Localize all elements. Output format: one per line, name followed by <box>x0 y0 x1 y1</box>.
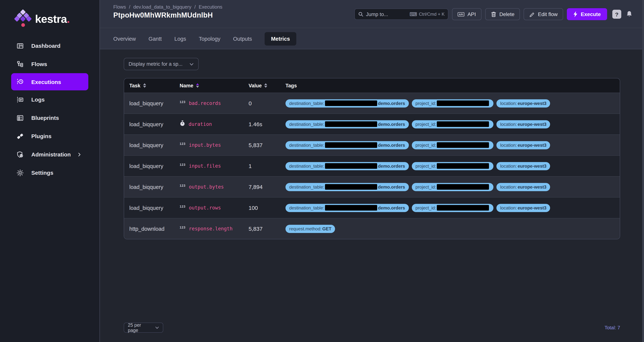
sidebar-item-label: Executions <box>31 79 61 85</box>
table-row: load_biqquery 123 output.bytes 7,894 des… <box>124 176 620 197</box>
logs-icon <box>16 96 24 103</box>
tab-metrics[interactable]: Metrics <box>264 32 296 46</box>
tag-pill: project_id: <box>412 183 494 191</box>
tag-label: project_id: <box>416 121 436 127</box>
column-header-task[interactable]: Task <box>129 83 180 88</box>
page-title: PtpoHw0MhWRkmhMUdnlbH <box>113 11 213 20</box>
tag-value: GET <box>322 226 331 231</box>
pagination-bar: 25 per page Total: 7 <box>124 322 620 333</box>
tag-label: destination_table: <box>289 184 324 190</box>
sidebar-item-logs[interactable]: Logs <box>11 90 88 109</box>
tag-label: destination_table: <box>289 101 324 106</box>
number-type-icon: 123 <box>180 162 186 166</box>
table-row: load_biqquery 123 input.files 1 destinat… <box>124 155 620 176</box>
search-input[interactable]: Jump to... ⌨Ctrl/Cmd + K <box>354 9 448 20</box>
tab-topology[interactable]: Topology <box>199 36 220 42</box>
sidebar-item-settings[interactable]: Settings <box>11 163 88 182</box>
tag-pill: destination_table: demo.orders <box>286 183 409 191</box>
tab-logs[interactable]: Logs <box>174 36 186 42</box>
redaction-box <box>325 100 377 106</box>
sidebar-item-administration[interactable]: Administration <box>11 145 88 163</box>
task-cell: load_biqquery <box>129 184 180 190</box>
search-placeholder: Jump to... <box>366 11 388 17</box>
api-button[interactable]: API API <box>452 8 482 20</box>
metric-value-cell: 0 <box>248 100 286 106</box>
notifications-bell-icon[interactable] <box>626 11 633 18</box>
execute-button[interactable]: Execute <box>567 8 607 20</box>
tag-value: europe-west3 <box>518 101 546 106</box>
task-cell: http_download <box>129 226 180 232</box>
redaction-box <box>437 205 489 211</box>
redaction-box <box>437 100 489 106</box>
metrics-table-body: load_biqquery 123 bad.records 0 destinat… <box>124 93 620 239</box>
metric-name-cell: 123 response.length <box>180 226 248 232</box>
sidebar-item-executions[interactable]: Executions <box>11 73 88 90</box>
redaction-box <box>437 121 489 127</box>
tag-label: location: <box>500 184 517 190</box>
pencil-icon <box>530 11 535 17</box>
tab-outputs[interactable]: Outputs <box>233 36 252 42</box>
topbar-controls: Jump to... ⌨Ctrl/Cmd + K API API Delete … <box>354 0 633 28</box>
tag-value: demo.orders <box>378 163 405 168</box>
task-cell: load_biqquery <box>129 100 180 106</box>
sidebar-item-plugins[interactable]: Plugins <box>11 127 88 145</box>
metrics-table-header: Task Name Value Tags <box>124 78 620 93</box>
tag-label: location: <box>500 205 517 210</box>
help-button[interactable]: ? <box>612 10 621 19</box>
tag-pill: project_id: <box>412 162 494 170</box>
sidebar-item-label: Dashboard <box>31 43 60 49</box>
tag-pill: request.method: GET <box>286 225 335 233</box>
sidebar-item-label: Settings <box>31 169 53 176</box>
edit-flow-button[interactable]: Edit flow <box>524 8 563 20</box>
sidebar-item-flows[interactable]: Flows <box>11 55 88 73</box>
column-header-value[interactable]: Value <box>248 83 286 88</box>
sidebar-item-dashboard[interactable]: Dashboard <box>11 37 88 55</box>
tag-value: europe-west3 <box>518 142 546 148</box>
administration-icon <box>16 151 24 158</box>
keyboard-icon: ⌨ <box>410 11 417 17</box>
metric-name-cell: 123 output.bytes <box>180 184 248 190</box>
scrollbar[interactable] <box>642 0 644 342</box>
tab-overview[interactable]: Overview <box>113 36 136 42</box>
breadcrumb-executions[interactable]: Executions <box>199 4 222 10</box>
kestra-logo[interactable]: kestra. <box>0 0 100 28</box>
api-icon: API <box>458 12 464 16</box>
metrics-content: Display metric for a sp... Task Name Val… <box>100 49 644 342</box>
delete-button[interactable]: Delete <box>485 8 520 20</box>
tag-pill: location: europe-west3 <box>496 162 550 170</box>
sidebar-item-blueprints[interactable]: Blueprints <box>11 109 88 127</box>
number-type-icon: 123 <box>180 184 186 187</box>
breadcrumb: Flows / dev.load_data_to_bigquery / Exec… <box>113 4 222 10</box>
app-window: kestra. Dashboard Flows Executions <box>0 0 644 342</box>
metric-value-cell: 7,894 <box>248 184 286 190</box>
kestra-logo-text: kestra. <box>35 13 70 25</box>
sidebar-item-label: Flows <box>31 61 47 67</box>
tag-label: project_id: <box>416 205 436 210</box>
breadcrumb-flow-id[interactable]: dev.load_data_to_bigquery <box>133 4 191 10</box>
tags-cell: destination_table: demo.ordersproject_id… <box>286 99 620 107</box>
breadcrumb-flows[interactable]: Flows <box>113 4 126 10</box>
tag-label: destination_table: <box>289 142 324 148</box>
sidebar-item-label: Blueprints <box>31 115 59 121</box>
settings-icon <box>16 169 24 177</box>
tag-pill: destination_table: demo.orders <box>286 99 409 107</box>
tag-label: project_id: <box>416 184 436 190</box>
tag-pill: location: europe-west3 <box>496 120 550 128</box>
redaction-box <box>325 163 377 169</box>
number-type-icon: 123 <box>180 225 186 229</box>
redaction-box <box>437 142 489 148</box>
table-row: load_biqquery 123 output.rows 100 destin… <box>124 197 620 218</box>
metric-filter-dropdown[interactable]: Display metric for a sp... <box>124 58 199 70</box>
metric-name: input.bytes <box>189 142 221 148</box>
tag-value: demo.orders <box>378 142 405 148</box>
column-header-name[interactable]: Name <box>180 83 248 88</box>
metric-name: bad.records <box>189 100 221 106</box>
tags-cell: destination_table: demo.ordersproject_id… <box>286 120 620 128</box>
tag-pill: destination_table: demo.orders <box>286 204 409 212</box>
per-page-dropdown[interactable]: 25 per page <box>124 322 163 333</box>
tab-gantt[interactable]: Gantt <box>148 36 162 42</box>
metric-name: output.bytes <box>189 184 224 190</box>
number-type-icon: 123 <box>180 100 186 104</box>
redaction-box <box>325 142 377 148</box>
tag-pill: location: europe-west3 <box>496 204 550 212</box>
